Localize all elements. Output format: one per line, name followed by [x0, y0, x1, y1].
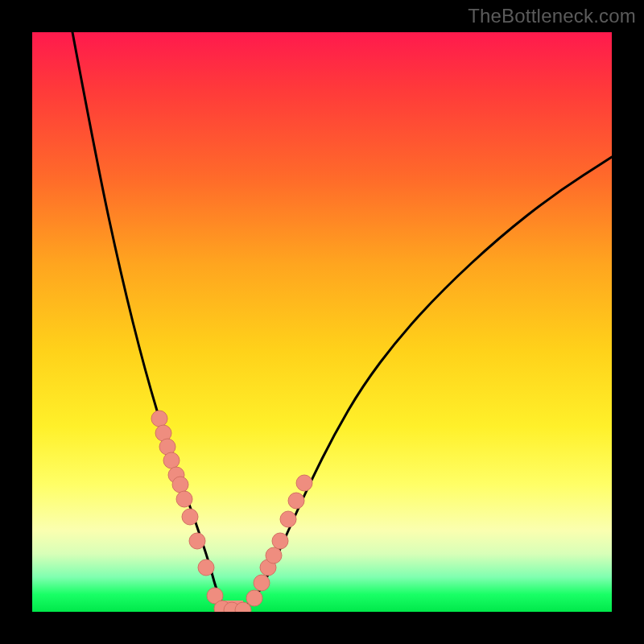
plot-area — [32, 32, 612, 612]
data-marker — [163, 452, 180, 469]
data-marker — [246, 590, 262, 606]
bottleneck-curve — [72, 32, 612, 610]
data-marker — [182, 509, 198, 525]
data-marker — [254, 575, 270, 591]
data-marker — [296, 475, 312, 491]
data-marker — [266, 547, 282, 564]
marker-group — [151, 411, 312, 612]
data-marker — [151, 411, 167, 427]
data-marker — [198, 559, 214, 576]
data-marker — [280, 511, 296, 527]
chart-frame: TheBottleneck.com — [0, 0, 644, 644]
data-marker — [172, 477, 188, 493]
curve-svg — [32, 32, 612, 612]
data-marker — [272, 533, 288, 549]
data-marker — [189, 533, 205, 549]
data-marker — [288, 493, 304, 509]
data-marker — [176, 491, 192, 507]
watermark-label: TheBottleneck.com — [468, 5, 636, 27]
